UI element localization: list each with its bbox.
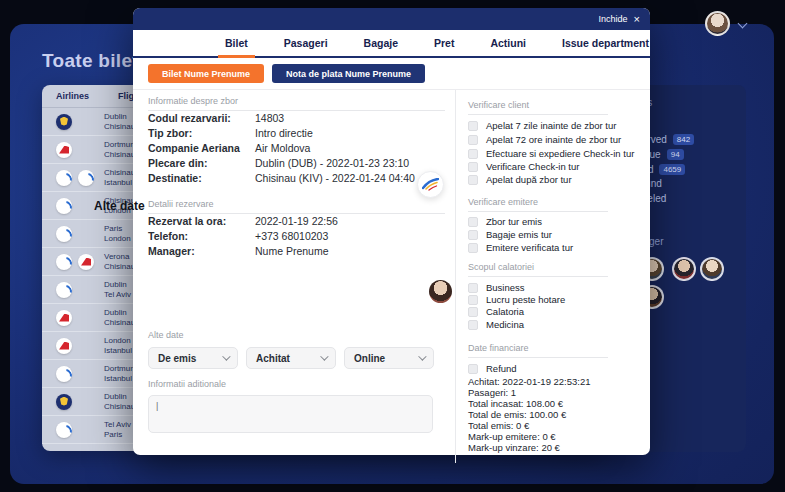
flight-origin: Dublin <box>104 392 127 401</box>
user-avatar[interactable] <box>705 11 730 36</box>
checkbox-apelat-7-zile[interactable]: Apelat 7 zile inainte de zbor tur <box>468 120 616 131</box>
checkbox[interactable] <box>468 243 478 253</box>
checkbox[interactable] <box>468 149 478 159</box>
airline-logo-icon <box>56 254 72 270</box>
ticket-detail-modal: Inchide × Bilet Pasageri Bagaje Pret Act… <box>133 8 650 455</box>
financial-line-total-de-emis: Total de emis: 100.00 € <box>468 409 566 420</box>
additional-info-textarea[interactable]: | <box>148 395 433 433</box>
modal-body: Informatie despre zbor Codul rezarvarii:… <box>133 90 650 475</box>
checkbox[interactable] <box>468 162 478 172</box>
airline-logo-icon <box>56 394 72 410</box>
chevron-down-icon <box>418 352 426 360</box>
tab-actiuni[interactable]: Actiuni <box>490 37 526 49</box>
close-icon[interactable]: × <box>634 14 640 25</box>
checkbox[interactable] <box>468 307 478 317</box>
field-label: Rezervat la ora: <box>148 215 255 227</box>
air-moldova-logo <box>417 171 444 198</box>
checkbox[interactable] <box>468 364 478 374</box>
field-label: Codul rezarvarii: <box>148 112 255 124</box>
channel-dropdown[interactable]: Online <box>344 347 434 369</box>
flight-origin: Dublin <box>104 280 127 289</box>
checkbox[interactable] <box>468 283 478 293</box>
airline-logo-icon <box>56 170 72 186</box>
checkbox-calatoria[interactable]: Calatoria <box>468 306 524 317</box>
flight-destination: Chisinau <box>104 122 135 131</box>
section-financial: Date financiare <box>468 343 608 358</box>
field-value: Chisinau (KIV) - 2022-01-24 04:40 <box>255 172 415 184</box>
flight-destination: Istanbul <box>104 346 132 355</box>
flight-origin: Dublin <box>104 112 127 121</box>
checkbox[interactable] <box>468 295 478 305</box>
airline-logo-icon <box>56 282 72 298</box>
field-label: Tip zbor: <box>148 127 255 139</box>
emis-status-dropdown[interactable]: De emis <box>148 347 238 369</box>
airline-logo-icon <box>56 366 72 382</box>
checkbox[interactable] <box>468 135 478 145</box>
checkbox-apelat-dupa-zbor[interactable]: Apelat după zbor tur <box>468 174 572 185</box>
modal-action-buttons: Bilet Nume Prenume Nota de plata Nume Pr… <box>133 58 650 90</box>
checkbox[interactable] <box>468 230 478 240</box>
close-button-label[interactable]: Inchide <box>599 14 628 24</box>
column-divider <box>455 90 456 463</box>
financial-line-total-incasat: Total incasat: 108.00 € <box>468 398 563 409</box>
tab-pret[interactable]: Pret <box>434 37 454 49</box>
modal-topbar: Inchide × <box>133 8 650 30</box>
tab-bilet[interactable]: Bilet <box>225 37 248 49</box>
flight-origin: Chisinau <box>104 168 135 177</box>
field-value: Dublin (DUB) - 2022-01-23 23:10 <box>255 157 409 169</box>
ticket-name-button[interactable]: Bilet Nume Prenume <box>148 64 264 83</box>
section-issue-checks: Verificare emitere <box>468 197 608 212</box>
checkbox-apelat-72-ore[interactable]: Apelat 72 ore inainte de zbor tur <box>468 134 621 145</box>
field-value: 14803 <box>255 112 284 124</box>
checkbox[interactable] <box>468 121 478 131</box>
flight-destination: Istanbul <box>104 374 132 383</box>
field-label: Destinatie: <box>148 172 255 184</box>
field-label: Telefon: <box>148 230 255 242</box>
payment-status-dropdown[interactable]: Achitat <box>246 347 336 369</box>
field-value: 2022-01-19 22:56 <box>255 215 338 227</box>
field-value: Air Moldova <box>255 142 310 154</box>
field-value: Nume Prenume <box>255 245 329 257</box>
checkbox-checkin-expediere[interactable]: Efectuare si expediere Check-in tur <box>468 148 634 159</box>
field-value: Intro directie <box>255 127 313 139</box>
tab-pasageri[interactable]: Pasageri <box>284 37 328 49</box>
section-alte-date: Alte date <box>148 330 445 344</box>
airline-logo-icon <box>56 310 72 326</box>
checkbox[interactable] <box>468 320 478 330</box>
checkbox-business[interactable]: Business <box>468 282 525 293</box>
modal-tabbar: Bilet Pasageri Bagaje Pret Actiuni Issue… <box>133 30 650 58</box>
field-label: Manager: <box>148 245 255 257</box>
section-flight-info: Informatie despre zbor <box>148 96 445 111</box>
flight-destination: Chisinau <box>104 402 135 411</box>
airline-logo-icon <box>78 254 94 270</box>
checkbox[interactable] <box>468 217 478 227</box>
chevron-down-icon <box>320 352 328 360</box>
financial-line-markup-vinzare: Mark-up vinzare: 20 € <box>468 442 560 453</box>
chevron-down-icon <box>222 352 230 360</box>
airline-logo-icon <box>78 170 94 186</box>
alte-date-dropdowns: De emis Achitat Online <box>148 347 434 369</box>
financial-line-total-emis: Total emis: 0 € <box>468 420 529 431</box>
manager-avatar[interactable] <box>700 257 724 281</box>
section-additional-info: Informatii aditionale <box>148 379 445 393</box>
checkbox-zbor-tur-emis[interactable]: Zbor tur emis <box>468 216 542 227</box>
airline-logo-icon <box>56 226 72 242</box>
airline-swoosh-icon <box>422 178 439 191</box>
section-trip-purpose: Scopul calatoriei <box>468 262 608 277</box>
manager-avatar[interactable] <box>672 257 696 281</box>
tab-issue-department[interactable]: Issue department <box>562 37 649 49</box>
field-label: Companie Aeriana <box>148 142 255 154</box>
checkbox-lucru-peste-hotare[interactable]: Lucru peste hotare <box>468 294 565 305</box>
checkbox-emitere-verificata[interactable]: Emitere verificata tur <box>468 242 573 253</box>
checkbox-refund[interactable]: Refund <box>468 363 517 374</box>
financial-line-markup-emitere: Mark-up emitere: 0 € <box>468 431 556 442</box>
airline-logo-icon <box>56 198 72 214</box>
checkbox-bagaje-emis[interactable]: Bagaje emis tur <box>468 229 552 240</box>
airline-logo-icon <box>56 338 72 354</box>
airline-logo-icon <box>56 114 72 130</box>
checkbox-verificare-checkin[interactable]: Verificare Check-in tur <box>468 161 579 172</box>
checkbox[interactable] <box>468 175 478 185</box>
checkbox-medicina[interactable]: Medicina <box>468 319 524 330</box>
tab-bagaje[interactable]: Bagaje <box>364 37 398 49</box>
invoice-name-button[interactable]: Nota de plata Nume Prenume <box>272 64 425 83</box>
